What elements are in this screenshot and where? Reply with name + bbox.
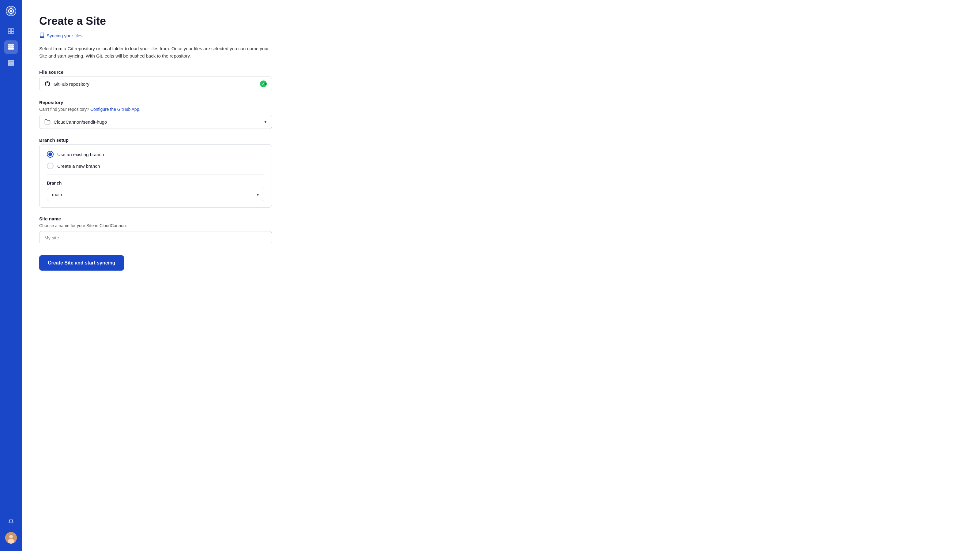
repository-field: Repository Can't find your repository? C… — [39, 100, 272, 129]
user-avatar[interactable]: › — [5, 532, 17, 544]
app-logo[interactable] — [5, 5, 17, 17]
radio-new-circle — [47, 162, 54, 169]
branch-value: main — [52, 192, 259, 197]
file-source-select[interactable]: GitHub repository ✓ ▾ — [39, 76, 272, 91]
file-source-chevron-icon: ▾ — [264, 81, 267, 87]
site-name-label: Site name — [39, 216, 272, 221]
repository-chevron-icon: ▾ — [264, 119, 267, 125]
radio-existing-label: Use an existing branch — [57, 152, 104, 157]
sidebar-nav — [4, 24, 18, 515]
branch-select[interactable]: main ▾ — [47, 188, 264, 201]
main-content: Create a Site Syncing your files Select … — [22, 0, 980, 551]
svg-rect-14 — [13, 46, 14, 48]
configure-app-link[interactable]: Configure the GitHub App — [90, 107, 139, 112]
branch-setup-field: Branch setup Use an existing branch Crea… — [39, 137, 272, 208]
repository-select[interactable]: CloudCannon/sendit-hugo ▾ — [39, 115, 272, 129]
svg-rect-17 — [13, 49, 14, 50]
svg-rect-5 — [8, 29, 11, 31]
github-icon — [45, 81, 51, 87]
svg-rect-19 — [8, 62, 14, 64]
folder-icon — [45, 119, 51, 125]
create-site-button[interactable]: Create Site and start syncing — [39, 255, 124, 271]
svg-rect-16 — [10, 49, 12, 50]
svg-rect-18 — [8, 60, 14, 62]
radio-existing-circle — [47, 151, 54, 158]
branch-chevron-icon: ▾ — [257, 192, 259, 197]
svg-rect-13 — [10, 46, 12, 48]
page-title: Create a Site — [39, 15, 963, 27]
site-name-hint: Choose a name for your Site in CloudCann… — [39, 223, 272, 228]
radio-existing-branch[interactable]: Use an existing branch — [47, 151, 264, 158]
svg-point-2 — [10, 10, 12, 12]
file-source-label: File source — [39, 70, 272, 75]
svg-rect-8 — [11, 32, 14, 34]
branch-sub-label: Branch — [47, 181, 264, 186]
file-source-field: File source GitHub repository ✓ ▾ — [39, 70, 272, 91]
svg-point-26 — [8, 539, 14, 544]
site-name-input[interactable] — [39, 231, 272, 244]
syncing-link[interactable]: Syncing your files — [39, 32, 83, 39]
svg-point-25 — [9, 535, 13, 538]
create-site-form: File source GitHub repository ✓ ▾ Reposi… — [39, 70, 272, 271]
svg-rect-15 — [8, 49, 10, 50]
branch-setup-box: Use an existing branch Create a new bran… — [39, 144, 272, 208]
book-icon — [39, 32, 45, 39]
sidebar-bottom: › — [4, 515, 18, 546]
svg-rect-7 — [8, 32, 11, 34]
sidebar-item-dashboard[interactable] — [4, 24, 18, 38]
svg-rect-12 — [8, 46, 10, 48]
svg-rect-9 — [8, 45, 10, 46]
page-description: Select from a Git repository or local fo… — [39, 45, 272, 60]
branch-divider — [47, 174, 264, 175]
sidebar-item-repos[interactable] — [4, 56, 18, 70]
svg-rect-10 — [10, 45, 12, 46]
file-source-value: GitHub repository — [54, 81, 257, 87]
notifications-button[interactable] — [4, 515, 18, 528]
sidebar: › — [0, 0, 22, 551]
repository-label: Repository — [39, 100, 272, 105]
svg-rect-20 — [8, 65, 14, 66]
radio-new-branch[interactable]: Create a new branch — [47, 162, 264, 169]
radio-new-label: Create a new branch — [57, 164, 100, 169]
branch-setup-label: Branch setup — [39, 137, 272, 143]
repository-value: CloudCannon/sendit-hugo — [54, 119, 267, 125]
site-name-field: Site name Choose a name for your Site in… — [39, 216, 272, 244]
svg-rect-11 — [13, 45, 14, 46]
avatar-image — [5, 532, 17, 544]
repository-hint: Can't find your repository? Configure th… — [39, 107, 272, 112]
branch-sub-field: Branch main ▾ — [47, 181, 264, 201]
svg-rect-6 — [11, 29, 14, 31]
sidebar-item-sites[interactable] — [4, 40, 18, 54]
